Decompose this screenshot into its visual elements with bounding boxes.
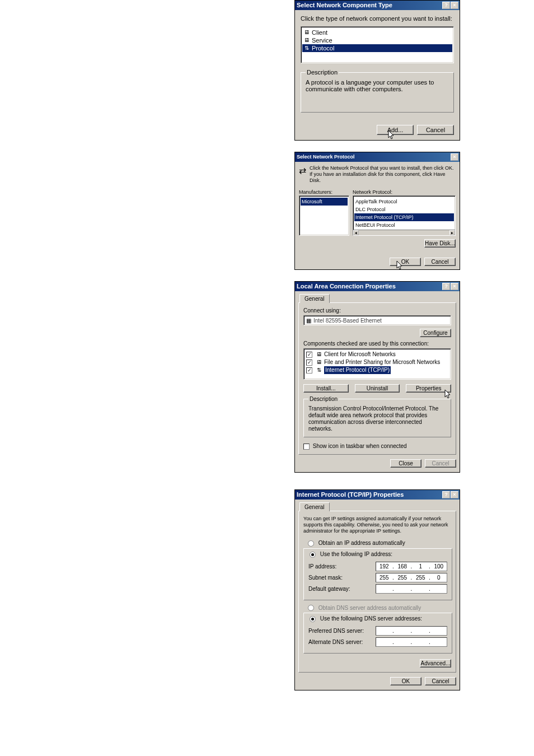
select-network-component-type-dialog: Select Network Component Type ? × Click … bbox=[294, 0, 460, 141]
adapter-name: Intel 82595-Based Ethernet bbox=[313, 318, 382, 324]
use-static-dns-radio[interactable] bbox=[310, 616, 316, 622]
list-item-label: Client for Microsoft Networks bbox=[324, 351, 396, 358]
list-item[interactable]: ✓ ⇅ Internet Protocol (TCP/IP) bbox=[305, 366, 449, 374]
cursor-icon bbox=[396, 261, 404, 271]
cursor-icon bbox=[388, 130, 396, 141]
adapter-icon: ▦ bbox=[306, 318, 311, 324]
ip-octet[interactable]: 255 bbox=[413, 575, 429, 581]
subnet-mask-input[interactable]: 255. 255. 255. 0 bbox=[376, 573, 447, 582]
ip-octet[interactable]: 0 bbox=[431, 575, 447, 581]
checkbox[interactable]: ✓ bbox=[306, 352, 312, 358]
connect-using-label: Connect using: bbox=[303, 307, 451, 314]
component-type-list[interactable]: 🖥 Client 🖥 Service ⇅ Protocol bbox=[301, 26, 454, 63]
dialog-title: Select Network Component Type bbox=[297, 2, 392, 8]
description-text: A protocol is a language your computer u… bbox=[306, 79, 449, 92]
components-label: Components checked are used by this conn… bbox=[303, 340, 451, 347]
show-icon-checkbox[interactable] bbox=[303, 444, 310, 450]
ip-octet[interactable]: 192 bbox=[376, 563, 392, 570]
have-disk-button[interactable]: Have Disk... bbox=[424, 239, 456, 248]
preferred-dns-input[interactable]: . . . bbox=[376, 626, 447, 636]
list-item[interactable]: ✓ 🖥 Client for Microsoft Networks bbox=[305, 351, 449, 358]
network-icon: ⇄ bbox=[299, 165, 306, 184]
obtain-ip-auto-label: Obtain an IP address automatically bbox=[318, 540, 405, 546]
list-item-label: Internet Protocol (TCP/IP) bbox=[324, 366, 391, 374]
dialog-title: Internet Protocol (TCP/IP) Properties bbox=[297, 491, 404, 498]
uninstall-button[interactable]: Uninstall bbox=[355, 384, 400, 393]
ip-octet[interactable]: 1 bbox=[413, 563, 429, 570]
list-item[interactable]: 🖥 Service bbox=[302, 36, 452, 44]
dialog-title: Select Network Protocol bbox=[297, 154, 355, 160]
titlebar: Internet Protocol (TCP/IP) Properties ? … bbox=[295, 490, 460, 500]
install-button[interactable]: Install... bbox=[303, 384, 349, 393]
components-list[interactable]: ✓ 🖥 Client for Microsoft Networks ✓ 🖥 Fi… bbox=[303, 348, 451, 380]
info-text: You can get IP settings assigned automat… bbox=[303, 516, 451, 534]
default-gateway-input[interactable]: . . . bbox=[376, 584, 447, 594]
alternate-dns-input[interactable]: . . . bbox=[376, 637, 447, 647]
client-icon: 🖥 bbox=[303, 29, 310, 36]
close-button[interactable]: × bbox=[451, 491, 458, 498]
cursor-icon bbox=[444, 390, 452, 400]
obtain-dns-auto-radio bbox=[308, 605, 314, 611]
cancel-button[interactable]: Cancel bbox=[425, 677, 456, 685]
ok-button[interactable]: OK bbox=[390, 677, 421, 685]
cancel-button[interactable]: Cancel bbox=[417, 125, 454, 135]
alternate-dns-label: Alternate DNS server: bbox=[308, 639, 376, 645]
close-button[interactable]: × bbox=[451, 2, 458, 9]
obtain-dns-auto-label: Obtain DNS server address automatically bbox=[318, 605, 421, 611]
list-item-label: Internet Protocol (TCP/IP) bbox=[355, 213, 414, 221]
description-text: Transmission Control Protocol/Internet P… bbox=[308, 405, 446, 432]
use-static-dns-label: Use the following DNS server addresses: bbox=[320, 615, 422, 622]
close-button[interactable]: × bbox=[451, 283, 458, 290]
list-item[interactable]: Internet Protocol (TCP/IP) bbox=[354, 213, 454, 221]
manufacturers-list[interactable]: Microsoft bbox=[299, 195, 349, 236]
service-icon: 🖥 bbox=[316, 359, 322, 366]
client-icon: 🖥 bbox=[316, 351, 322, 358]
list-item[interactable]: Microsoft bbox=[301, 198, 348, 206]
cancel-button[interactable]: Cancel bbox=[424, 258, 456, 266]
local-area-connection-properties-dialog: Local Area Connection Properties ? × Gen… bbox=[294, 281, 460, 473]
ok-button[interactable]: OK bbox=[390, 258, 421, 266]
protocol-icon: ⇅ bbox=[303, 45, 310, 52]
help-button[interactable]: ? bbox=[442, 2, 450, 9]
use-static-ip-label: Use the following IP address: bbox=[320, 551, 392, 557]
list-item-label: File and Printer Sharing for Microsoft N… bbox=[324, 358, 440, 366]
subnet-mask-label: Subnet mask: bbox=[308, 575, 376, 581]
titlebar: Select Network Component Type ? × bbox=[295, 1, 460, 10]
titlebar: Local Area Connection Properties ? × bbox=[295, 282, 460, 291]
ip-octet[interactable]: 168 bbox=[395, 563, 411, 570]
tab-general[interactable]: General bbox=[299, 502, 330, 511]
titlebar: Select Network Protocol × bbox=[295, 152, 460, 162]
prompt-text: Click the Network Protocol that you want… bbox=[310, 165, 456, 184]
select-network-protocol-dialog: Select Network Protocol × ⇄ Click the Ne… bbox=[294, 152, 460, 270]
list-item-label: NetBEUI Protocol bbox=[355, 221, 395, 229]
ip-address-label: IP address: bbox=[308, 563, 376, 570]
list-item[interactable]: ⇅ Protocol bbox=[302, 44, 452, 52]
configure-button[interactable]: Configure bbox=[420, 329, 451, 337]
ip-address-input[interactable]: 192. 168. 1. 100 bbox=[376, 562, 447, 571]
service-icon: 🖥 bbox=[303, 37, 310, 44]
checkbox[interactable]: ✓ bbox=[306, 367, 312, 374]
ip-octet[interactable]: 255 bbox=[395, 575, 411, 581]
protocol-icon: ⇅ bbox=[316, 367, 322, 374]
list-item[interactable]: DLC Protocol bbox=[354, 206, 454, 213]
help-button[interactable]: ? bbox=[442, 283, 450, 290]
help-button[interactable]: ? bbox=[442, 491, 450, 498]
list-item[interactable]: NetBEUI Protocol bbox=[354, 221, 454, 229]
tab-general[interactable]: General bbox=[299, 294, 330, 303]
list-item[interactable]: ✓ 🖥 File and Printer Sharing for Microso… bbox=[305, 358, 449, 366]
ip-octet[interactable]: 100 bbox=[431, 563, 447, 570]
scroll-right-button[interactable]: ▸ bbox=[449, 230, 455, 235]
use-static-ip-radio[interactable] bbox=[310, 552, 316, 558]
scroll-left-button[interactable]: ◂ bbox=[353, 230, 359, 235]
cancel-button: Cancel bbox=[425, 459, 456, 468]
list-item[interactable]: AppleTalk Protocol bbox=[354, 198, 454, 206]
list-item[interactable]: 🖥 Client bbox=[302, 29, 452, 36]
close-button[interactable]: Close bbox=[390, 459, 421, 468]
protocol-list[interactable]: AppleTalk Protocol DLC Protocol Internet… bbox=[353, 195, 456, 236]
close-button[interactable]: × bbox=[451, 153, 458, 161]
checkbox[interactable]: ✓ bbox=[306, 360, 312, 366]
adapter-field: ▦ Intel 82595-Based Ethernet bbox=[303, 315, 451, 325]
obtain-ip-auto-radio[interactable] bbox=[308, 540, 314, 547]
ip-octet[interactable]: 255 bbox=[376, 575, 392, 581]
advanced-button[interactable]: Advanced... bbox=[420, 659, 451, 668]
